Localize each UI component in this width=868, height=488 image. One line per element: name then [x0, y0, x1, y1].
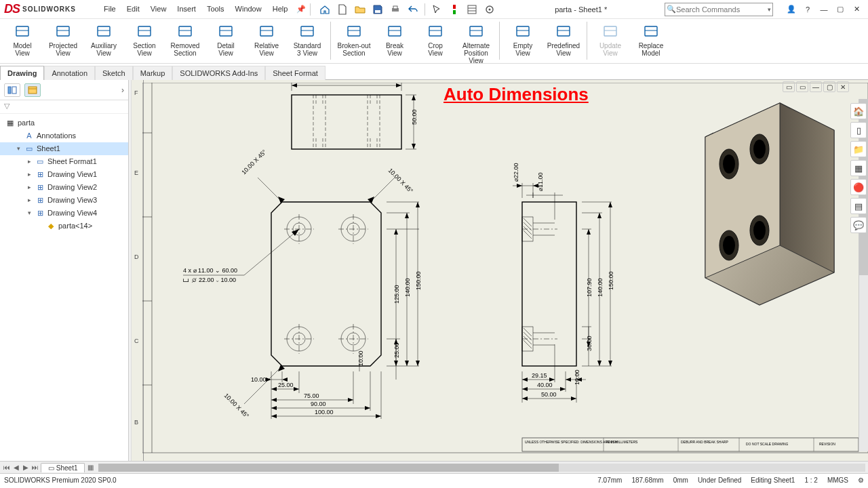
sheet-tab[interactable]: ▭ Sheet1 [41, 463, 85, 472]
tree-twisty-icon[interactable]: ▸ [26, 169, 33, 180]
panel-tab-display-icon[interactable] [24, 83, 41, 97]
menu-tools[interactable]: Tools [202, 2, 229, 17]
print-icon[interactable] [388, 2, 403, 17]
svg-marker-197 [608, 202, 612, 207]
horizontal-scrollbar[interactable] [98, 464, 865, 472]
mdi-tile-icon[interactable]: ▭ [783, 81, 795, 92]
new-icon[interactable] [335, 2, 350, 17]
tree-item-parta-14-[interactable]: ◆parta<14> [0, 220, 128, 232]
home-icon[interactable] [317, 2, 332, 17]
ribbon-relative-view[interactable]: RelativeView [247, 22, 286, 58]
rail-home-icon[interactable]: 🏠 [850, 103, 867, 119]
ribbon-crop-view[interactable]: CropView [416, 22, 455, 58]
help-icon[interactable]: ? [800, 2, 815, 17]
svg-text:29.15: 29.15 [532, 372, 547, 379]
tree-twisty-icon[interactable]: ▸ [26, 182, 33, 192]
search-input[interactable] [676, 5, 768, 14]
rail-palette-icon[interactable]: ▦ [850, 160, 867, 176]
tree-item-drawing-view3[interactable]: ▸⊞Drawing View3 [0, 194, 128, 207]
last-sheet-button[interactable]: ⏭ [31, 464, 39, 471]
close-button[interactable]: ✕ [849, 2, 864, 17]
ribbon-replace-model[interactable]: ReplaceModel [631, 22, 671, 58]
tree-item-sheet-format1[interactable]: ▸▭Sheet Format1 [0, 155, 128, 168]
command-search[interactable]: 🔍 ▾ [665, 3, 773, 16]
search-dropdown-icon[interactable]: ▾ [768, 6, 771, 13]
user-icon[interactable]: 👤 [784, 2, 799, 17]
panel-expand-icon[interactable]: › [121, 85, 124, 95]
ruler-mark: E [134, 169, 138, 176]
rail-appearance-icon[interactable]: 🔴 [850, 179, 867, 195]
svg-line-163 [524, 230, 532, 239]
tree-item-annotations[interactable]: AAnnotations [0, 129, 128, 142]
minimize-button[interactable]: — [816, 2, 831, 17]
menu-file[interactable]: File [99, 2, 121, 17]
menu-pin-icon[interactable]: 📌 [294, 2, 309, 17]
next-sheet-button[interactable]: ▶ [22, 464, 30, 471]
mdi-maximize-button[interactable]: ▢ [823, 81, 835, 92]
tree-twisty-icon[interactable]: ▾ [15, 144, 22, 154]
status-units[interactable]: MMGS [827, 476, 848, 484]
tree-item-sheet1[interactable]: ▾▭Sheet1 [0, 142, 128, 155]
properties-icon[interactable] [465, 2, 479, 17]
tab-drawing[interactable]: Drawing [0, 66, 44, 80]
mdi-minimize-button[interactable]: — [810, 81, 822, 92]
relative-view-icon [258, 23, 275, 41]
prev-sheet-button[interactable]: ◀ [12, 464, 20, 471]
tree-item-drawing-view2[interactable]: ▸⊞Drawing View2 [0, 181, 128, 194]
drawing-canvas[interactable]: Auto Dimensions ▭ ▭ — ▢ ✕ 🏠 ▯ 📁 ▦ 🔴 ▤ 💬 … [132, 80, 868, 461]
ruler-mark: F [134, 89, 138, 96]
tree-twisty-icon[interactable]: ▸ [26, 157, 33, 167]
undo-icon[interactable] [406, 2, 420, 17]
maximize-button[interactable]: ▢ [833, 2, 848, 17]
mdi-close-button[interactable]: ✕ [837, 81, 849, 92]
add-sheet-button[interactable]: ▦ [86, 464, 94, 471]
ribbon-empty-view[interactable]: EmptyView [503, 22, 542, 58]
rail-library-icon[interactable]: ▯ [850, 122, 867, 138]
svg-point-231 [723, 155, 735, 174]
rail-properties-icon[interactable]: ▤ [850, 198, 867, 214]
panel-tab-tree-icon[interactable] [4, 83, 20, 97]
ribbon-break-view[interactable]: BreakView [375, 22, 414, 58]
ribbon-broken-out-section[interactable]: Broken-outSection [334, 22, 374, 58]
tree-twisty-icon[interactable]: ▾ [26, 208, 33, 218]
status-gear-icon[interactable]: ⚙ [858, 476, 864, 484]
ribbon-auxiliary-view[interactable]: AuxiliaryView [84, 22, 123, 58]
menu-insert[interactable]: Insert [172, 2, 201, 17]
ribbon-detail-view[interactable]: DetailView [206, 22, 245, 58]
save-icon[interactable] [370, 2, 385, 17]
first-sheet-button[interactable]: ⏮ [3, 464, 11, 471]
filter-icon[interactable]: ▽ [4, 102, 9, 110]
menu-window[interactable]: Window [231, 2, 267, 17]
tab-sketch[interactable]: Sketch [95, 66, 133, 80]
options-icon[interactable] [482, 2, 497, 17]
ribbon-projected-view[interactable]: ProjectedView [43, 22, 83, 58]
search-icon: 🔍 [667, 5, 676, 14]
ribbon-model-view[interactable]: ModelView [3, 22, 42, 58]
tree-item-drawing-view4[interactable]: ▾⊞Drawing View4 [0, 207, 128, 220]
ribbon-predefined-view[interactable]: PredefinedView [544, 22, 583, 58]
ribbon-removed-section[interactable]: RemovedSection [165, 22, 205, 58]
tree-root[interactable]: ▦ parta [0, 117, 128, 129]
tree-node-icon: ◆ [46, 222, 56, 231]
tree-item-drawing-view1[interactable]: ▸⊞Drawing View1 [0, 168, 128, 181]
rail-explorer-icon[interactable]: 📁 [850, 141, 867, 157]
menu-help[interactable]: Help [268, 2, 293, 17]
rebuild-icon[interactable] [447, 2, 462, 17]
tab-annotation[interactable]: Annotation [44, 66, 95, 80]
svg-text:⌀22.00: ⌀22.00 [513, 163, 519, 182]
tab-markup[interactable]: Markup [133, 66, 173, 80]
rail-forum-icon[interactable]: 💬 [850, 217, 867, 233]
menu-bar: File Edit View Insert Tools Window Help … [99, 2, 309, 17]
ribbon-alt-pos-view[interactable]: AlternatePositionView [456, 22, 496, 66]
ribbon-section-view[interactable]: SectionView [125, 22, 164, 58]
ribbon-standard-3-view[interactable]: Standard3 View [288, 22, 327, 58]
mdi-cascade-icon[interactable]: ▭ [796, 81, 808, 92]
select-icon[interactable] [429, 2, 444, 17]
tree-twisty-icon[interactable]: ▸ [26, 195, 33, 205]
svg-marker-139 [294, 387, 299, 391]
tab-solidworks-add-ins[interactable]: SOLIDWORKS Add-Ins [172, 66, 265, 80]
menu-view[interactable]: View [146, 2, 172, 17]
menu-edit[interactable]: Edit [122, 2, 144, 17]
open-icon[interactable] [353, 2, 368, 17]
tab-sheet-format[interactable]: Sheet Format [265, 66, 326, 80]
